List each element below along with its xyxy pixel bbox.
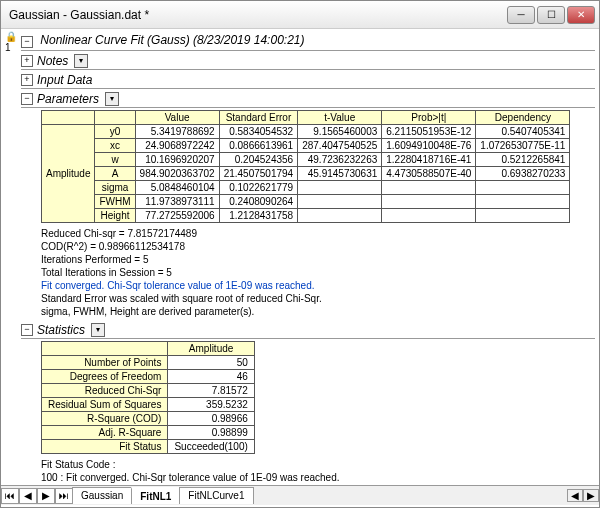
table-cell: y0 — [95, 124, 135, 138]
table-cell: 49.7236232263 — [298, 152, 382, 166]
minimize-button[interactable]: ─ — [507, 6, 535, 24]
table-cell — [298, 208, 382, 222]
stat-value: Succeeded(100) — [168, 439, 254, 453]
stat-value: 46 — [168, 369, 254, 383]
table-cell: 45.9145730631 — [298, 166, 382, 180]
table-cell: 9.1565460003 — [298, 124, 382, 138]
stat-value: 50 — [168, 355, 254, 369]
table-cell: 6.2115051953E-12 — [382, 124, 476, 138]
table-cell: 0.5834054532 — [219, 124, 298, 138]
lock-icon: 🔒1 — [5, 31, 21, 485]
table-cell: 0.2408090264 — [219, 194, 298, 208]
scroll-right-button[interactable]: ▶ — [583, 489, 599, 502]
table-cell: xc — [95, 138, 135, 152]
expand-toggle[interactable]: + — [21, 74, 33, 86]
table-cell — [382, 208, 476, 222]
close-button[interactable]: ✕ — [567, 6, 595, 24]
stat-value: 0.98966 — [168, 411, 254, 425]
table-cell — [298, 180, 382, 194]
table-cell: 287.4047540525 — [298, 138, 382, 152]
sheet-tab[interactable]: FitNL1 — [131, 487, 180, 504]
table-cell: 5.0848460104 — [135, 180, 219, 194]
table-cell: 4.4730588507E-40 — [382, 166, 476, 180]
tab-nav: ⏮ ◀ ▶ ⏭ — [1, 488, 73, 504]
maximize-button[interactable]: ☐ — [537, 6, 565, 24]
table-cell: 0.5212265841 — [476, 152, 570, 166]
statistics-table: Amplitude Number of Points50Degrees of F… — [41, 341, 255, 454]
table-cell: FWHM — [95, 194, 135, 208]
table-cell — [298, 194, 382, 208]
table-cell: 0.0866613961 — [219, 138, 298, 152]
table-cell: 0.6938270233 — [476, 166, 570, 180]
stat-label: Fit Status — [42, 439, 168, 453]
notes-section: + Notes ▾ — [21, 53, 595, 70]
stat-label: R-Square (COD) — [42, 411, 168, 425]
sheet-tab[interactable]: Gaussian — [72, 487, 132, 504]
stat-label: Reduced Chi-Sqr — [42, 383, 168, 397]
table-cell: 1.2280418716E-41 — [382, 152, 476, 166]
table-cell: 0.1022621779 — [219, 180, 298, 194]
expand-toggle[interactable]: + — [21, 55, 33, 67]
tab-last-button[interactable]: ⏭ — [55, 488, 73, 504]
dropdown-icon[interactable]: ▾ — [105, 92, 119, 106]
stat-value: 359.5232 — [168, 397, 254, 411]
fit-notes: Reduced Chi-sqr = 7.81572174489 COD(R^2)… — [21, 225, 595, 320]
sheet-tabs: ⏮ ◀ ▶ ⏭ GaussianFitNL1FitNLCurve1 ◀ ▶ — [1, 485, 599, 505]
content-area: 🔒1 − Nonlinear Curve Fit (Gauss) (8/23/2… — [1, 29, 599, 485]
stat-label: Number of Points — [42, 355, 168, 369]
table-cell — [476, 208, 570, 222]
dropdown-icon[interactable]: ▾ — [74, 54, 88, 68]
table-cell — [476, 194, 570, 208]
parameters-section: − Parameters ▾ — [21, 91, 595, 108]
table-cell: sigma — [95, 180, 135, 194]
stat-value: 0.98899 — [168, 425, 254, 439]
window-title: Gaussian - Gaussian.dat * — [5, 8, 507, 22]
scroll-left-button[interactable]: ◀ — [567, 489, 583, 502]
table-cell: 77.2725592006 — [135, 208, 219, 222]
titlebar: Gaussian - Gaussian.dat * ─ ☐ ✕ — [1, 1, 599, 29]
table-cell: 0.5407405341 — [476, 124, 570, 138]
table-cell: 24.9068972242 — [135, 138, 219, 152]
table-cell: 21.4507501794 — [219, 166, 298, 180]
stat-value: 7.81572 — [168, 383, 254, 397]
collapse-toggle[interactable]: − — [21, 93, 33, 105]
table-cell: w — [95, 152, 135, 166]
table-cell — [382, 194, 476, 208]
table-cell: 1.6094910048E-76 — [382, 138, 476, 152]
table-cell: 1.2128431758 — [219, 208, 298, 222]
table-cell: 0.204524356 — [219, 152, 298, 166]
sheet-tab[interactable]: FitNLCurve1 — [179, 487, 253, 504]
fit-header: − Nonlinear Curve Fit (Gauss) (8/23/2019… — [21, 31, 595, 51]
table-cell: 10.1696920207 — [135, 152, 219, 166]
amplitude-label: Amplitude — [42, 124, 95, 222]
stat-label: Residual Sum of Squares — [42, 397, 168, 411]
tab-first-button[interactable]: ⏮ — [1, 488, 19, 504]
statistics-section: − Statistics ▾ — [21, 322, 595, 339]
dropdown-icon[interactable]: ▾ — [91, 323, 105, 337]
stat-label: Adj. R-Square — [42, 425, 168, 439]
table-cell — [382, 180, 476, 194]
table-cell: A — [95, 166, 135, 180]
stat-label: Degrees of Freedom — [42, 369, 168, 383]
parameters-table: Value Standard Error t-Value Prob>|t| De… — [41, 110, 570, 223]
table-cell — [476, 180, 570, 194]
table-cell: 5.3419788692 — [135, 124, 219, 138]
window-buttons: ─ ☐ ✕ — [507, 6, 595, 24]
table-cell: Height — [95, 208, 135, 222]
tab-next-button[interactable]: ▶ — [37, 488, 55, 504]
collapse-toggle[interactable]: − — [21, 36, 33, 48]
input-data-section: + Input Data — [21, 72, 595, 89]
tab-prev-button[interactable]: ◀ — [19, 488, 37, 504]
stats-notes: Fit Status Code : 100 : Fit converged. C… — [21, 456, 595, 486]
table-cell: 11.9738973111 — [135, 194, 219, 208]
collapse-toggle[interactable]: − — [21, 324, 33, 336]
table-cell: 984.9020363702 — [135, 166, 219, 180]
table-cell: 1.0726530775E-11 — [476, 138, 570, 152]
